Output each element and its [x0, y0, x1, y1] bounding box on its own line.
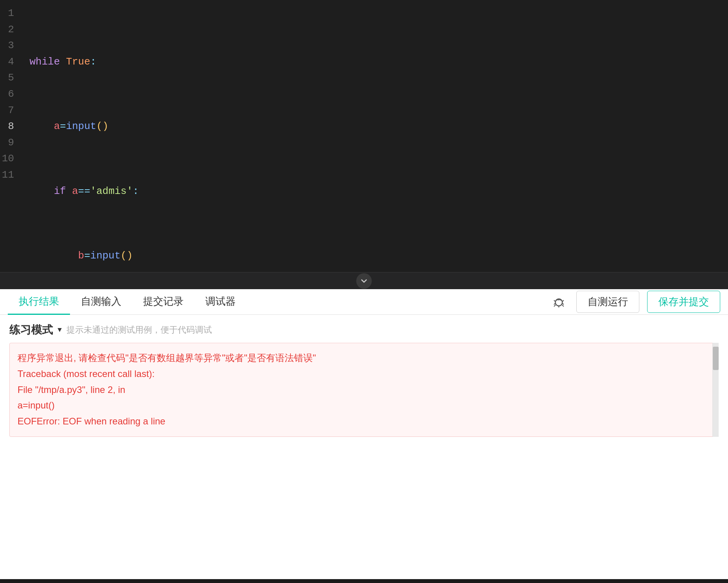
practice-mode-dropdown-icon[interactable]: ▼	[58, 326, 62, 334]
tab-self-test-input[interactable]: 自测输入	[70, 289, 132, 315]
line-num-5: 5	[0, 70, 18, 86]
line-num-9: 9	[0, 135, 18, 151]
tab-right-actions: 自测运行 保存并提交	[549, 291, 720, 313]
code-lines[interactable]: while True: a=input() if a=='admis': b=i…	[23, 0, 728, 272]
code-line-3: if a=='admis':	[30, 183, 722, 200]
error-title: 程序异常退出, 请检查代码"是否有数组越界等异常"或者"是否有语法错误"	[18, 350, 710, 366]
traceback-line3: a=input()	[18, 398, 710, 414]
svg-line-7	[562, 305, 564, 306]
collapse-button-container[interactable]	[0, 272, 728, 289]
tabs-bar: 执行结果 自测输入 提交记录 调试器 自测运行 保存并提交	[0, 289, 728, 315]
line-num-11: 11	[0, 167, 18, 183]
line-num-4: 4	[0, 54, 18, 70]
svg-line-5	[562, 303, 564, 304]
line-numbers: 1 2 3 4 5 6 7 8 9 10 11	[0, 0, 23, 272]
results-wrapper: 程序异常退出, 请检查代码"是否有数组越界等异常"或者"是否有语法错误" Tra…	[9, 343, 719, 437]
line-num-3: 3	[0, 38, 18, 54]
code-line-1: while True:	[30, 54, 722, 70]
practice-mode-hint: 提示未通过的测试用例，便于代码调试	[66, 324, 212, 336]
debug-icon-button[interactable]	[549, 292, 569, 312]
line-num-7: 7	[0, 103, 18, 119]
line-num-2: 2	[0, 22, 18, 38]
self-run-button[interactable]: 自测运行	[576, 291, 639, 313]
line-num-10: 10	[0, 151, 18, 167]
tab-submit-record[interactable]: 提交记录	[132, 289, 194, 315]
code-line-4: b=input()	[30, 248, 722, 264]
tab-debugger[interactable]: 调试器	[194, 289, 247, 315]
code-editor[interactable]: 1 2 3 4 5 6 7 8 9 10 11 while True: a=in…	[0, 0, 728, 272]
save-submit-button[interactable]: 保存并提交	[647, 291, 720, 313]
practice-mode-label: 练习模式	[9, 323, 53, 337]
practice-mode-row: 练习模式 ▼ 提示未通过的测试用例，便于代码调试	[9, 323, 719, 337]
traceback-line1: Traceback (most recent call last):	[18, 366, 710, 382]
tab-exec-result[interactable]: 执行结果	[8, 289, 70, 315]
svg-line-6	[554, 305, 555, 306]
code-line-2: a=input()	[30, 119, 722, 135]
line-num-6: 6	[0, 86, 18, 103]
collapse-icon[interactable]	[356, 273, 372, 289]
results-area: 练习模式 ▼ 提示未通过的测试用例，便于代码调试 程序异常退出, 请检查代码"是…	[0, 315, 728, 579]
line-num-1: 1	[0, 5, 18, 22]
svg-line-3	[562, 300, 564, 302]
traceback-line4: EOFError: EOF when reading a line	[18, 414, 710, 429]
traceback-line2: File "/tmp/a.py3", line 2, in	[18, 382, 710, 398]
line-num-8: 8	[0, 119, 18, 135]
svg-line-2	[554, 300, 555, 302]
result-scrollbar-thumb[interactable]	[713, 347, 719, 370]
svg-line-4	[554, 303, 555, 304]
result-scrollbar[interactable]	[712, 343, 719, 437]
error-output-box: 程序异常退出, 请检查代码"是否有数组越界等异常"或者"是否有语法错误" Tra…	[9, 343, 719, 437]
